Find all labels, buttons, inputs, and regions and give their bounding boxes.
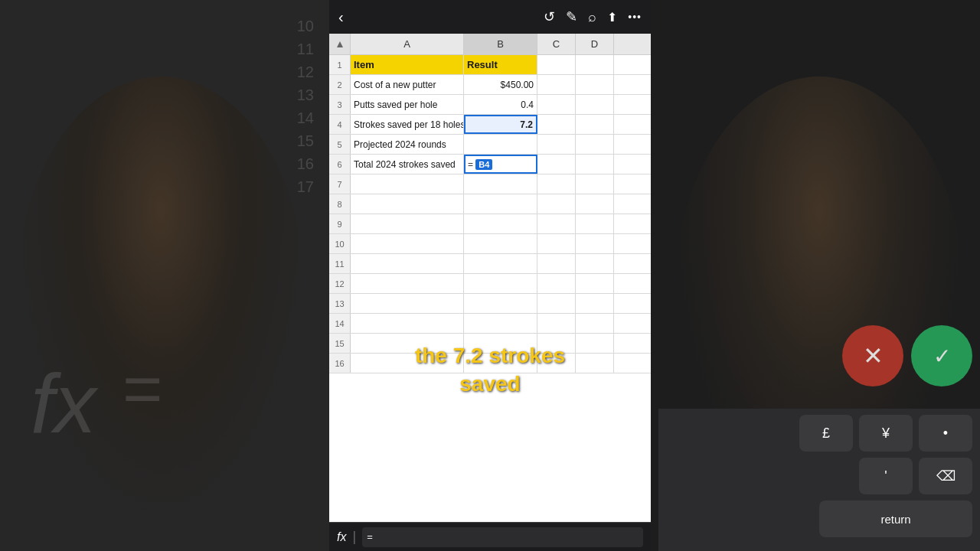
cell-a2[interactable]: Cost of a new putter	[351, 75, 464, 94]
cell-b3[interactable]: 0.4	[464, 95, 537, 114]
cell-a3[interactable]: Putts saved per hole	[351, 95, 464, 114]
formula-input[interactable]: =	[362, 527, 643, 547]
cell-d3[interactable]	[576, 95, 614, 114]
cell-c1[interactable]	[537, 55, 576, 74]
key-comma[interactable]: '	[859, 458, 913, 494]
row-number: 10	[329, 234, 351, 253]
table-row: 8	[329, 194, 651, 214]
keyboard-row-1: £ ¥ •	[666, 415, 972, 452]
toolbar-right: ↺ ✎ ⌕ ⬆ •••	[544, 8, 642, 25]
cell-a1[interactable]: Item	[351, 55, 464, 74]
toolbar-left: ‹	[338, 8, 344, 26]
table-row: 7	[329, 174, 651, 194]
row-number: 4	[329, 115, 351, 134]
subtitle-line-2: saved	[459, 370, 520, 398]
bg-person-left	[15, 77, 306, 520]
row-number: 7	[329, 174, 351, 194]
svg-marker-0	[337, 41, 343, 47]
cell-b6[interactable]: = B4 ✕ ✓	[464, 155, 537, 174]
row-number: 12	[329, 274, 351, 293]
table-row: 13	[329, 294, 651, 314]
table-row: 5 Projected 2024 rounds	[329, 135, 651, 155]
row-number: 1	[329, 55, 351, 74]
keyboard-row-2: ' ⌫	[666, 458, 972, 494]
spreadsheet: A B C D 1 Item Result 2 Cost of a new pu…	[329, 34, 651, 522]
table-row: 1 Item Result	[329, 55, 651, 75]
col-header-b[interactable]: B	[464, 34, 537, 54]
row-number: 3	[329, 95, 351, 114]
table-row: 9	[329, 214, 651, 234]
more-icon[interactable]: •••	[628, 11, 642, 23]
cell-a6[interactable]: Total 2024 strokes saved	[351, 155, 464, 174]
fx-label: fx	[337, 530, 346, 544]
cell-c2[interactable]	[537, 75, 576, 94]
column-headers: A B C D	[329, 34, 651, 55]
col-header-c[interactable]: C	[537, 34, 576, 54]
cell-d2[interactable]	[576, 75, 614, 94]
key-yen[interactable]: ¥	[859, 415, 913, 452]
table-row: 10	[329, 234, 651, 254]
table-row: 3 Putts saved per hole 0.4	[329, 95, 651, 115]
cell-d4[interactable]	[576, 115, 614, 134]
table-row: 14	[329, 314, 651, 334]
keyboard-row-3: return	[666, 500, 972, 537]
formula-equals: =	[367, 531, 373, 543]
col-header-a[interactable]: A	[351, 34, 464, 54]
cell-a7[interactable]	[351, 174, 464, 194]
formula-ref: B4	[475, 159, 492, 170]
table-row: 4 Strokes saved per 18 holes 7.2	[329, 115, 651, 135]
spreadsheet-body: 1 Item Result 2 Cost of a new putter $45…	[329, 55, 651, 522]
undo-icon[interactable]: ↺	[544, 8, 555, 25]
row-number: 13	[329, 294, 351, 313]
cell-d6[interactable]	[576, 155, 614, 174]
bg-cancel-circle: ✕	[842, 325, 903, 386]
formula-bar: fx | =	[329, 522, 651, 551]
toolbar: ‹ ↺ ✎ ⌕ ⬆ •••	[329, 0, 651, 34]
bg-confirm-circle: ✓	[911, 325, 972, 386]
formula-separator: |	[352, 529, 356, 545]
main-panel: ‹ ↺ ✎ ⌕ ⬆ ••• A B C D 1 Item	[329, 0, 651, 551]
key-pound[interactable]: £	[799, 415, 853, 452]
keyboard-area: £ ¥ • ' ⌫ return	[658, 409, 980, 551]
cell-b4[interactable]: 7.2	[464, 115, 537, 134]
cell-a5[interactable]: Projected 2024 rounds	[351, 135, 464, 154]
row-number: 14	[329, 314, 351, 333]
table-row: 11	[329, 254, 651, 274]
key-dot[interactable]: •	[919, 415, 972, 452]
back-icon[interactable]: ‹	[338, 8, 344, 26]
cell-c4[interactable]	[537, 115, 576, 134]
bg-equals-symbol: =	[122, 350, 163, 429]
subtitle-line-1: the 7.2 strokes	[415, 342, 565, 370]
subtitle-container: the 7.2 strokes saved	[329, 342, 651, 398]
cell-b7[interactable]	[464, 174, 537, 194]
table-row: 12	[329, 274, 651, 294]
cell-b1[interactable]: Result	[464, 55, 537, 74]
pen-icon[interactable]: ✎	[566, 8, 577, 25]
row-number: 9	[329, 214, 351, 233]
return-key[interactable]: return	[819, 500, 972, 537]
row-number: 11	[329, 254, 351, 273]
bg-left-panel: 10 11 12 13 14 15 16 17 fx =	[0, 0, 329, 551]
cell-c6[interactable]	[537, 155, 576, 174]
cell-b2[interactable]: $450.00	[464, 75, 537, 94]
cancel-button[interactable]: ✕	[537, 155, 537, 174]
cell-d5[interactable]	[576, 135, 614, 154]
cell-c5[interactable]	[537, 135, 576, 154]
bg-row-numbers: 10 11 12 13 14 15 16 17	[297, 15, 314, 197]
cell-a4[interactable]: Strokes saved per 18 holes	[351, 115, 464, 134]
col-header-d[interactable]: D	[576, 34, 614, 54]
share-icon[interactable]: ⬆	[607, 10, 617, 24]
cell-c3[interactable]	[537, 95, 576, 114]
row-number: 6	[329, 155, 351, 174]
bg-fx-symbol: fx	[31, 354, 96, 452]
row-number: 5	[329, 135, 351, 154]
row-num-header	[329, 34, 351, 54]
row-number: 8	[329, 194, 351, 214]
search-icon[interactable]: ⌕	[588, 9, 596, 25]
table-row: 6 Total 2024 strokes saved = B4 ✕ ✓	[329, 155, 651, 174]
cell-b5[interactable]	[464, 135, 537, 154]
row-number: 2	[329, 75, 351, 94]
key-backspace[interactable]: ⌫	[919, 458, 972, 494]
cell-d1[interactable]	[576, 55, 614, 74]
table-row: 2 Cost of a new putter $450.00	[329, 75, 651, 95]
